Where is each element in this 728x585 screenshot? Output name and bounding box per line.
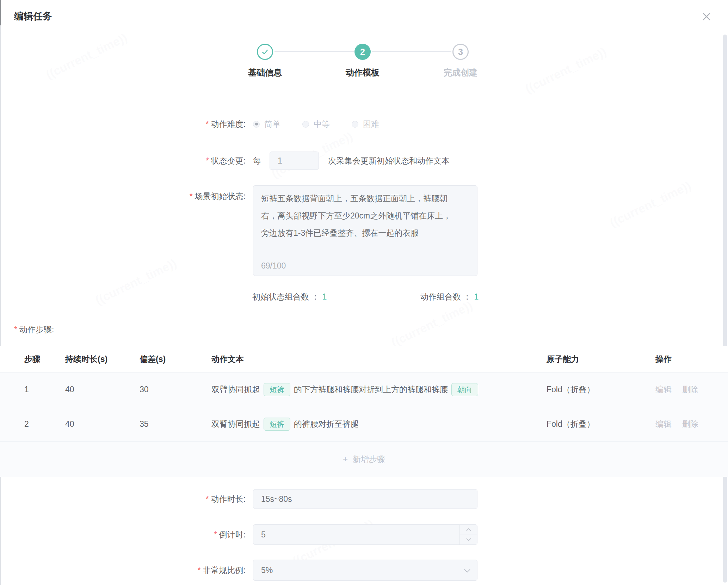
unusual-ratio-select[interactable]: 5% xyxy=(253,560,477,581)
col-action-text: 动作文本 xyxy=(211,354,547,365)
initial-state-combos: 初始状态组合数 ： 1 xyxy=(252,290,327,304)
combo-label: 初始状态组合数 ： xyxy=(252,291,319,302)
unusual-ratio-row: *非常规比例: 5% xyxy=(0,560,728,581)
state-change-input[interactable]: 1 xyxy=(270,152,319,170)
step-connector xyxy=(274,51,354,52)
watermark: ((current_time)) xyxy=(523,45,609,96)
state-change-row: *状态变更: 每 1 次采集会更新初始状态和动作文本 xyxy=(0,152,728,170)
step-2-circle: 2 xyxy=(354,44,371,60)
initial-state-textarea[interactable]: 短裤五条数据背面朝上，五条数据正面朝上，裤腰朝右，离头部视野下方至少20cm之外… xyxy=(253,185,477,276)
dialog-title: 编辑任务 xyxy=(14,0,52,32)
cell-ability: Fold（折叠） xyxy=(547,384,653,395)
initial-state-value: 短裤五条数据背面朝上，五条数据正面朝上，裤腰朝右，离头部视野下方至少20cm之外… xyxy=(261,190,453,242)
char-counter: 69/100 xyxy=(261,261,286,271)
radio-hard[interactable]: 困难 xyxy=(352,119,379,130)
step-2-number: 2 xyxy=(360,47,365,57)
radio-medium[interactable]: 中等 xyxy=(302,119,330,130)
object-tag: 短裤 xyxy=(264,383,290,396)
action-combos: 动作组合数 ： 1 xyxy=(420,290,479,304)
required-mark: * xyxy=(214,530,217,539)
plus-icon: + xyxy=(343,454,348,464)
cell-step: 2 xyxy=(0,419,65,429)
dialog-header: 编辑任务 xyxy=(0,0,728,33)
cell-duration: 40 xyxy=(65,419,140,429)
col-duration: 持续时长(s) xyxy=(65,354,140,365)
combo-label: 动作组合数 ： xyxy=(420,291,471,302)
cell-action-text: 双臂协同抓起 短裤 的裤腰对折至裤腿 xyxy=(211,418,547,431)
table-header: 步骤 持续时长(s) 偏差(s) 动作文本 原子能力 操作 xyxy=(0,346,728,372)
combo-value: 1 xyxy=(322,292,327,302)
difficulty-row: *动作难度: 简单 中等 困难 xyxy=(0,116,728,132)
required-mark: * xyxy=(198,566,201,575)
required-mark: * xyxy=(14,325,17,334)
radio-label: 中等 xyxy=(314,119,330,130)
table-row: 2 40 35 双臂协同抓起 短裤 的裤腰对折至裤腿 Fold（折叠） 编辑 删… xyxy=(0,407,728,442)
difficulty-radio-group: 简单 中等 困难 xyxy=(253,116,401,132)
action-duration-label: *动作时长: xyxy=(0,489,246,509)
watermark: ((current_time)) xyxy=(389,298,475,350)
decrease-button[interactable] xyxy=(460,535,477,545)
radio-circle xyxy=(302,121,309,128)
combo-value: 1 xyxy=(474,292,479,302)
countdown-label: *倒计时: xyxy=(0,524,246,545)
radio-label: 简单 xyxy=(264,119,280,130)
orientation-tag: 朝向 xyxy=(451,383,478,396)
action-steps-table: 步骤 持续时长(s) 偏差(s) 动作文本 原子能力 操作 1 40 30 双臂… xyxy=(0,346,728,477)
action-duration-input[interactable]: 15s~80s xyxy=(253,489,477,509)
col-ability: 原子能力 xyxy=(547,354,653,365)
cell-action-text: 双臂协同抓起 短裤 的下方裤腿和裤腰对折到上方的裤腿和裤腰 朝向 xyxy=(211,383,547,396)
required-mark: * xyxy=(206,119,209,129)
cell-step: 1 xyxy=(0,385,65,394)
watermark: ((current_time)) xyxy=(607,179,693,230)
edit-link[interactable]: 编辑 xyxy=(655,384,672,395)
countdown-row: *倒计时: 5 xyxy=(0,524,728,545)
radio-simple[interactable]: 简单 xyxy=(253,119,280,130)
state-change-suffix: 次采集会更新初始状态和动作文本 xyxy=(328,152,450,170)
col-deviation: 偏差(s) xyxy=(140,354,211,365)
radio-label: 困难 xyxy=(363,119,379,130)
step-3-label: 完成创建 xyxy=(422,67,499,78)
watermark: ((current_time)) xyxy=(93,256,179,307)
difficulty-label: *动作难度: xyxy=(0,116,246,132)
cell-ability: Fold（折叠） xyxy=(547,419,653,430)
col-step: 步骤 xyxy=(0,354,65,365)
step-1-label: 基础信息 xyxy=(226,67,304,78)
unusual-ratio-label: *非常规比例: xyxy=(0,560,246,581)
required-mark: * xyxy=(206,494,209,504)
step-3-circle: 3 xyxy=(452,44,469,60)
action-steps-label: *动作步骤: xyxy=(14,324,54,335)
delete-link[interactable]: 删除 xyxy=(682,384,698,395)
edit-link[interactable]: 编辑 xyxy=(655,419,672,430)
step-1-circle xyxy=(257,44,273,60)
step-2-label: 动作模板 xyxy=(324,67,401,78)
watermark: ((current_time)) xyxy=(44,31,129,82)
cell-duration: 40 xyxy=(65,385,140,394)
radio-circle xyxy=(352,121,358,128)
close-icon[interactable] xyxy=(701,11,712,22)
object-tag: 短裤 xyxy=(264,418,290,431)
check-icon xyxy=(261,48,269,56)
state-change-label: *状态变更: xyxy=(0,152,246,170)
chevron-down-icon xyxy=(464,566,471,575)
action-duration-row: *动作时长: 15s~80s xyxy=(0,489,728,509)
chevron-up-icon xyxy=(466,528,471,531)
state-change-prefix: 每 xyxy=(253,152,261,170)
add-step-button[interactable]: + 新增步骤 xyxy=(0,442,728,477)
chevron-down-icon xyxy=(466,538,471,541)
radio-circle-checked xyxy=(253,121,260,128)
step-3-number: 3 xyxy=(458,47,463,57)
col-actions: 操作 xyxy=(653,354,728,365)
initial-state-label: *场景初始状态: xyxy=(0,191,246,202)
countdown-input[interactable]: 5 xyxy=(253,524,477,545)
cell-deviation: 30 xyxy=(140,385,211,394)
step-connector xyxy=(372,51,451,52)
required-mark: * xyxy=(190,192,193,201)
edit-task-dialog: ((current_time)) ((current_time)) ((curr… xyxy=(0,0,728,585)
table-row: 1 40 30 双臂协同抓起 短裤 的下方裤腿和裤腰对折到上方的裤腿和裤腰 朝向… xyxy=(0,372,728,407)
required-mark: * xyxy=(206,156,209,165)
increase-button[interactable] xyxy=(460,525,477,535)
cell-deviation: 35 xyxy=(140,419,211,429)
delete-link[interactable]: 删除 xyxy=(682,419,698,430)
